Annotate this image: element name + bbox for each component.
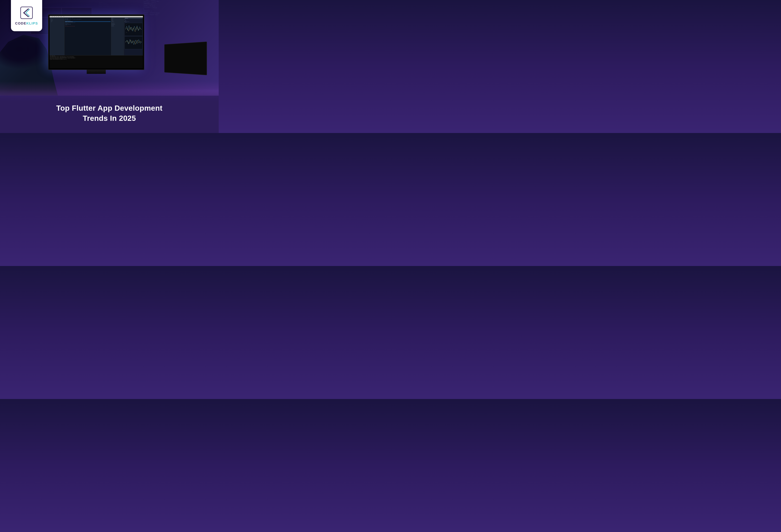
banner-title: Top Flutter App Development Trends In 20… (56, 103, 162, 124)
terminal-panel: Output: Headless Debug Batch Calibration… (49, 55, 143, 69)
background-code-projection: { "name": "flutter_app", "version": "3.2… (143, 0, 205, 45)
terminal-line: The program '[7670] Batch Calibration.ex… (50, 59, 142, 60)
brand-logo-card: CODEKLIPS (11, 0, 42, 31)
menu-view: View (54, 16, 55, 17)
axis-label: -1.0 (126, 32, 127, 33)
code-line: spin_mtd=0 (65, 25, 111, 26)
codeklips-logo-icon (19, 6, 34, 20)
brand-klips: KLIPS (26, 21, 38, 26)
menu-file: File (50, 16, 51, 17)
primary-monitor: File Edit View Go Tools Window Help Proj… (48, 14, 144, 70)
menu-window: Window (60, 16, 62, 17)
waveform-visualization-2 (124, 36, 142, 49)
code-editor-panel: def mix_exp_open_trans(surf, false) pare… (65, 17, 111, 55)
title-line-2: Trends In 2025 (83, 114, 136, 122)
axis-label: 1.0 (126, 25, 127, 25)
project-tree-panel: Project src/ lib/ controllers/ main.dart… (49, 17, 65, 55)
menu-edit: Edit (52, 16, 53, 17)
ide-menubar: File Edit View Go Tools Window Help (49, 16, 143, 17)
solution-header: BatchCollective (124, 18, 142, 19)
outline-item: breakpoint_msk (111, 26, 124, 27)
ide-body: Project src/ lib/ controllers/ main.dart… (49, 17, 143, 55)
waveform-visualization: 1.0 -1.0 (124, 23, 142, 36)
menu-go: Go (56, 16, 57, 17)
outline-panel: ApEditor DocumentOutline build.tree lst_… (111, 17, 124, 55)
secondary-monitor (164, 42, 207, 75)
title-banner: Top Flutter App Development Trends In 20… (0, 90, 219, 133)
brand-code: CODE (15, 21, 27, 26)
menu-help: Help (63, 16, 64, 17)
solution-item: ReadModule (124, 22, 142, 23)
ide-screen: File Edit View Go Tools Window Help Proj… (49, 16, 143, 69)
tree-item: build/ (50, 22, 64, 22)
brand-wordmark: CODEKLIPS (15, 21, 38, 26)
svg-rect-0 (20, 7, 33, 19)
solution-panel: BatchCollective ▶ build bss2 Al_forge Be… (124, 17, 143, 55)
menu-tools: Tools (58, 16, 59, 17)
timestamp: [vbuild 228] during at 2012-11-18 01:33:… (65, 26, 111, 27)
title-line-1: Top Flutter App Development (56, 104, 162, 112)
hero-banner: { "name": "flutter_app", "version": "3.2… (0, 0, 219, 133)
